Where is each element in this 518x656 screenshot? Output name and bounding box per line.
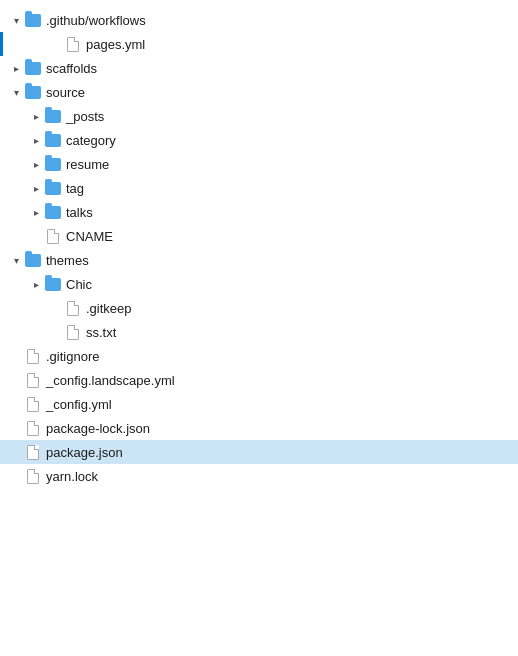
tree-arrow[interactable]	[28, 108, 44, 124]
item-label: resume	[66, 157, 109, 172]
file-item[interactable]: _config.yml	[0, 392, 518, 416]
folder-item[interactable]: talks	[0, 200, 518, 224]
item-label: Chic	[66, 277, 92, 292]
folder-icon	[24, 11, 42, 29]
item-label: source	[46, 85, 85, 100]
item-label: category	[66, 133, 116, 148]
folder-item[interactable]: Chic	[0, 272, 518, 296]
file-item[interactable]: ss.txt	[0, 320, 518, 344]
folder-icon	[44, 131, 62, 149]
file-item[interactable]: CNAME	[0, 224, 518, 248]
folder-icon	[24, 251, 42, 269]
folder-item[interactable]: category	[0, 128, 518, 152]
file-icon	[24, 419, 42, 437]
item-label: ss.txt	[86, 325, 116, 340]
file-item[interactable]: package-lock.json	[0, 416, 518, 440]
file-item[interactable]: _config.landscape.yml	[0, 368, 518, 392]
item-label: CNAME	[66, 229, 113, 244]
folder-item[interactable]: .github/workflows	[0, 8, 518, 32]
item-label: package-lock.json	[46, 421, 150, 436]
file-icon	[24, 467, 42, 485]
tree-arrow[interactable]	[8, 12, 24, 28]
tree-arrow[interactable]	[8, 84, 24, 100]
folder-icon	[44, 155, 62, 173]
tree-arrow[interactable]	[28, 156, 44, 172]
tree-arrow[interactable]	[8, 252, 24, 268]
file-icon	[64, 35, 82, 53]
file-icon	[24, 347, 42, 365]
tree-arrow[interactable]	[28, 132, 44, 148]
folder-item[interactable]: resume	[0, 152, 518, 176]
tree-arrow[interactable]	[8, 60, 24, 76]
file-tree: .github/workflowspages.ymlscaffoldssourc…	[0, 0, 518, 496]
folder-icon	[44, 107, 62, 125]
item-label: .github/workflows	[46, 13, 146, 28]
file-icon	[44, 227, 62, 245]
file-item[interactable]: .gitkeep	[0, 296, 518, 320]
file-item[interactable]: pages.yml	[0, 32, 518, 56]
tree-arrow[interactable]	[28, 276, 44, 292]
folder-icon	[24, 59, 42, 77]
item-label: pages.yml	[86, 37, 145, 52]
file-icon	[64, 323, 82, 341]
item-label: _posts	[66, 109, 104, 124]
file-icon	[24, 395, 42, 413]
folder-item[interactable]: tag	[0, 176, 518, 200]
folder-icon	[44, 275, 62, 293]
item-label: _config.landscape.yml	[46, 373, 175, 388]
item-label: package.json	[46, 445, 123, 460]
item-label: tag	[66, 181, 84, 196]
file-item[interactable]: package.json	[0, 440, 518, 464]
folder-icon	[24, 83, 42, 101]
folder-icon	[44, 179, 62, 197]
item-label: scaffolds	[46, 61, 97, 76]
folder-item[interactable]: scaffolds	[0, 56, 518, 80]
item-label: _config.yml	[46, 397, 112, 412]
file-item[interactable]: yarn.lock	[0, 464, 518, 488]
item-label: .gitkeep	[86, 301, 132, 316]
folder-item[interactable]: themes	[0, 248, 518, 272]
file-icon	[24, 443, 42, 461]
item-label: talks	[66, 205, 93, 220]
file-icon	[24, 371, 42, 389]
folder-icon	[44, 203, 62, 221]
file-icon	[64, 299, 82, 317]
folder-item[interactable]: source	[0, 80, 518, 104]
item-label: themes	[46, 253, 89, 268]
file-item[interactable]: .gitignore	[0, 344, 518, 368]
item-label: .gitignore	[46, 349, 99, 364]
tree-arrow[interactable]	[28, 204, 44, 220]
item-label: yarn.lock	[46, 469, 98, 484]
folder-item[interactable]: _posts	[0, 104, 518, 128]
tree-arrow[interactable]	[28, 180, 44, 196]
